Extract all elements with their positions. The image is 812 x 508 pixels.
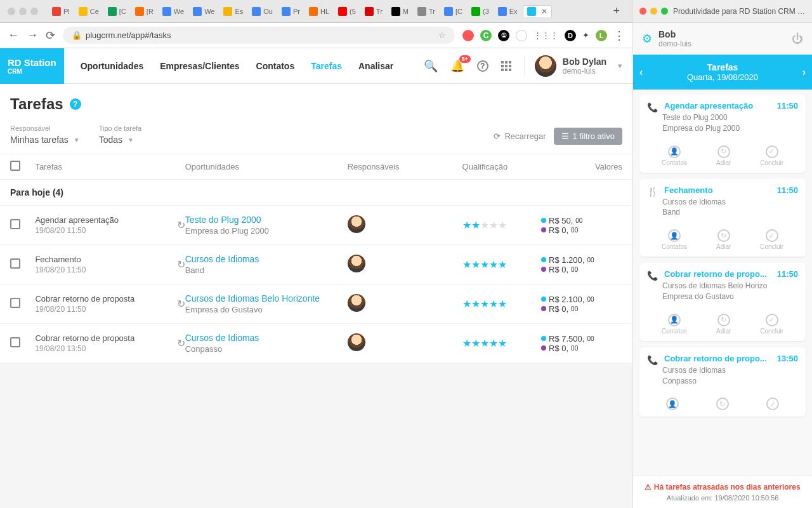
help-badge-icon[interactable]: ? [70,98,81,110]
nav-item[interactable]: Analisar [358,61,393,71]
rating-stars[interactable]: ★★★★★ [435,298,535,310]
contatos-action[interactable]: 👤Contatos [662,229,687,250]
contatos-action[interactable]: 👤Contatos [662,145,687,166]
url-bar[interactable]: 🔒 plugcrm.net/app#/tasks ☆ [63,27,455,44]
concluir-action[interactable]: ✓Concluir [760,145,783,166]
task-card[interactable]: 📞 Agendar apresentação 11:50 Teste do Pl… [639,95,806,173]
adiar-action[interactable]: ↻Adiar [716,229,731,250]
browser-tab[interactable]: We [159,5,188,17]
browser-tab[interactable]: Tr [414,5,439,17]
concluir-action[interactable]: ✓Concluir [760,314,783,335]
browser-tab[interactable]: ✕ [523,5,552,17]
new-tab-button[interactable]: + [608,4,625,18]
back-button[interactable]: ← [8,29,19,42]
extensions-icon[interactable]: ✦ [582,30,589,40]
opportunity-link[interactable]: Cursos de Idiomas [185,254,348,264]
rating-stars[interactable]: ★★★★★ [435,337,535,349]
forward-button[interactable]: → [27,29,38,42]
reload-button[interactable]: ⟳ [46,29,55,43]
concluir-action[interactable]: ✓ [766,398,779,410]
nav-item[interactable]: Contatos [256,61,295,71]
browser-tab[interactable]: Ou [248,5,277,17]
ext-icon[interactable]: D [565,30,576,41]
adiar-action[interactable]: ↻Adiar [716,145,731,166]
responsavel-select[interactable]: Minhas tarefas▼ [10,135,80,145]
browser-tab[interactable]: [C [440,5,466,17]
opportunity-link[interactable]: Cursos de Idiomas [185,333,348,343]
browser-tab[interactable]: (3 [468,5,493,17]
tipo-tarefa-select[interactable]: Todas▼ [99,135,141,145]
contatos-action[interactable]: 👤Contatos [662,314,687,335]
browser-tab[interactable]: Ce [75,5,103,17]
adiar-action[interactable]: ↻Adiar [716,314,731,335]
browser-tab[interactable]: HL [305,5,333,17]
history-icon[interactable]: ↻ [177,219,185,231]
next-day-button[interactable]: › [802,67,806,78]
browser-tab[interactable]: (5 [334,5,360,17]
browser-tab[interactable]: Ex [494,5,521,17]
table-row[interactable]: Fechamento 19/08/20 11:50 ↻ Cursos de Id… [0,245,632,284]
adiar-action[interactable]: ↻ [716,398,729,410]
responsible-avatar[interactable] [348,333,365,351]
responsible-avatar[interactable] [348,294,365,312]
nav-item[interactable]: Empresas/Clientes [160,61,239,71]
help-icon[interactable]: ? [477,60,488,72]
user-menu[interactable]: Bob Dylan demo-luis ▾ [524,55,622,77]
prev-day-button[interactable]: ‹ [639,67,643,78]
card-title[interactable]: Cobrar retorno de propo... [664,269,771,279]
rating-stars[interactable]: ★★★★★ [435,258,535,271]
card-title[interactable]: Fechamento [664,185,771,195]
ext-icon[interactable] [516,30,527,41]
browser-tab[interactable]: [R [131,5,157,17]
history-icon[interactable]: ↻ [177,258,185,271]
rating-stars[interactable]: ★★★★★ [435,219,535,231]
concluir-action[interactable]: ✓Concluir [760,229,783,250]
history-icon[interactable]: ↻ [177,298,185,310]
row-checkbox[interactable] [10,258,20,269]
nav-item[interactable]: Oportunidades [81,61,144,71]
ext-icon[interactable]: ① [498,30,509,41]
browser-tab[interactable]: M [388,5,412,17]
gear-icon[interactable]: ⚙ [642,32,652,46]
browser-tab[interactable]: We [189,5,218,17]
browser-tab[interactable]: [C [104,5,130,17]
select-all-checkbox[interactable] [10,161,20,171]
apps-grid-icon[interactable] [501,61,511,71]
contatos-action[interactable]: 👤 [666,398,679,410]
app-logo[interactable]: RD Station CRM [0,48,64,84]
task-date: 19/08/20 11:50 [35,226,119,235]
browser-menu-icon[interactable]: ⋮ [613,29,625,43]
browser-tab[interactable]: Tr [361,5,386,17]
profile-avatar[interactable]: L [596,30,607,41]
row-checkbox[interactable] [10,219,20,229]
star-icon[interactable]: ☆ [438,30,446,40]
ext-icon[interactable]: C [480,30,492,41]
browser-tab[interactable]: Es [219,5,247,17]
active-filter-chip[interactable]: ☰1 filtro ativo [554,128,622,145]
panel-traffic-lights[interactable] [639,8,668,15]
opportunity-link[interactable]: Cursos de Idiomas Belo Horizonte [185,293,348,304]
task-card[interactable]: 📞 Cobrar retorno de propo... 13:50 Curso… [639,347,806,417]
row-checkbox[interactable] [10,298,20,308]
history-icon[interactable]: ↻ [177,337,185,349]
browser-tab[interactable]: Pr [278,5,304,17]
task-card[interactable]: 📞 Cobrar retorno de propo... 11:50 Curso… [639,263,806,341]
responsible-avatar[interactable] [348,215,365,233]
table-row[interactable]: Cobrar retorno de proposta 19/08/20 11:5… [0,284,632,324]
opportunity-link[interactable]: Teste do Plug 2000 [185,215,348,225]
nav-item[interactable]: Tarefas [311,61,342,71]
power-icon[interactable]: ⏻ [792,32,803,46]
table-row[interactable]: Cobrar retorno de proposta 19/08/20 13:5… [0,324,632,363]
card-title[interactable]: Cobrar retorno de propo... [664,354,771,363]
card-title[interactable]: Agendar apresentação [664,101,771,110]
table-row[interactable]: Agendar apresentação 19/08/20 11:50 ↻ Te… [0,206,632,245]
row-checkbox[interactable] [10,337,20,347]
task-card[interactable]: 🍴 Fechamento 11:50 Cursos de Idiomas Ban… [639,179,806,257]
browser-tab[interactable]: Pl [48,5,74,17]
ext-icon[interactable] [462,30,474,41]
bell-icon[interactable]: 🔔5+ [450,59,464,73]
ext-icon[interactable]: ⋮⋮⋮ [534,30,558,40]
search-icon[interactable]: 🔍 [424,59,438,73]
responsible-avatar[interactable] [348,255,365,272]
reload-button[interactable]: ⟳Recarregar [494,131,546,141]
